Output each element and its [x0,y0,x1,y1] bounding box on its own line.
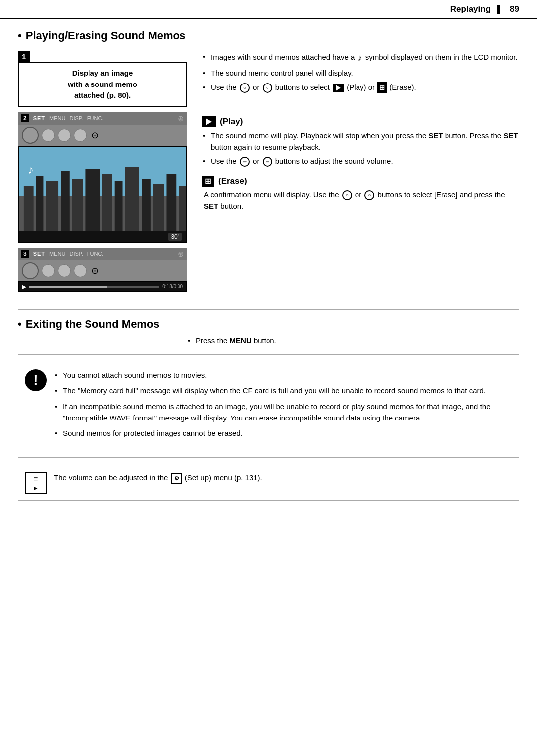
section1-title: • Playing/Erasing Sound Memos [18,29,519,42]
step1-line2: with a sound memo [68,80,137,88]
cam-btn-2a [42,129,55,142]
warning-text-3: Sound memos for protected images cannot … [63,429,243,437]
minus-icon: − [240,157,250,167]
step2-func-label: FUNC. [87,115,104,121]
cam-main-btn-3 [22,262,39,279]
cam-btn-2c [74,129,87,142]
exit-menu: MENU [230,336,252,345]
svg-rect-6 [72,179,83,231]
step1-line1: Display an image [72,69,133,77]
play-section: (Play) The sound memo will play. Playbac… [202,116,519,167]
note-text-post: (Set up) menu (p. 131). [185,473,262,482]
pb2-pre: Use the [211,157,237,165]
svg-rect-10 [125,167,139,231]
step3-progress [29,286,159,288]
step3-buttons: ⊙ [18,260,187,281]
step1-box: 1 Display an image with a sound memo att… [18,51,187,107]
step2-cam-top: 2 SET MENU DISP. FUNC. ⊛ [18,112,187,125]
erase-icon-inline: ⊞ [377,82,387,94]
play-triangle [336,85,341,91]
step2-timer: 30" [168,233,182,241]
svg-rect-3 [36,176,44,231]
erase-dial1-icon: ○ [342,190,352,200]
divider-1 [18,309,519,310]
warning-item-3: Sound memos for protected images cannot … [54,427,512,439]
step3-time: 0:18/0:30 [162,284,183,289]
erase-or: or [355,190,361,199]
section-label: Replaying [450,4,491,14]
svg-rect-2 [24,186,34,231]
step1-header: 1 [18,51,30,62]
right-bullet-1: Images with sound memos attached have a … [202,51,519,65]
spacer [202,96,519,116]
step3-dial-icon: ⊛ [178,250,184,259]
pb1-post: button. Press the [445,131,501,140]
page: Replaying ❚ 89 • Playing/Erasing Sound M… [0,0,537,756]
right-col-bullets: Images with sound memos attached have a … [202,51,519,93]
rb1-text1: Images with sound memos attached have a [211,53,355,61]
step1-text: Display an image with a sound memo attac… [18,62,187,107]
svg-rect-12 [153,184,164,231]
svg-rect-7 [85,169,100,231]
rb3-post: buttons to select [275,83,330,91]
play-title: (Play) [202,116,519,127]
note-content: The volume can be adjusted in the ⚙ (Set… [54,472,262,484]
step2-bottom-bar: 30" [19,231,186,242]
svg-rect-5 [61,171,70,231]
exit-post: button. [254,336,276,345]
step3-num-badge: 3 [21,250,29,258]
erase-title-text: (Erase) [218,176,247,186]
cam-btn-3c [74,264,87,277]
divider-2 [18,354,519,355]
left-column: 1 Display an image with a sound memo att… [18,51,187,297]
cam-main-btn-2 [22,127,39,144]
warning-content: You cannot attach sound memos to movies.… [54,369,512,443]
step1-num: 1 [22,52,26,61]
warning-item-0: You cannot attach sound memos to movies. [54,369,512,381]
step3-box: 3 SET MENU DISP. FUNC. ⊛ ⊙ [18,248,187,292]
step2-set-label: SET [33,115,45,121]
warning-text-2: If an incompatible sound memo is attache… [63,402,491,422]
step2-box: 2 SET MENU DISP. FUNC. ⊛ ⊙ [18,112,187,243]
play-bullet-2: Use the − or − buttons to adjust the sou… [202,156,519,167]
erase-post: buttons to select [Erase] and press the [378,190,505,199]
setup-icon: ⚙ [171,473,182,484]
rb2-text: The sound memo control panel will displa… [211,69,353,77]
step2-image-area: ♪ [19,147,186,231]
play-bullet-1: The sound memo will play. Playback will … [202,130,519,153]
play-icon-white [206,118,212,125]
play-icon-box [202,116,216,127]
step2-dial-icon: ⊛ [178,114,184,123]
exiting-bullet-1: Press the MENU button. [187,336,519,347]
erase-set: SET [204,202,218,210]
step3-menu-label: MENU [49,251,65,257]
exiting-bullet: • [18,318,22,331]
warning-list: You cannot attach sound memos to movies.… [54,369,512,439]
warning-icon: ! [25,369,47,391]
exiting-title-text: Exiting the Sound Memos [26,318,160,331]
cam-dial-2: ⊙ [91,130,99,141]
two-col-layout: 1 Display an image with a sound memo att… [18,51,519,297]
step3-disp-label: DISP. [69,251,83,257]
section1-bullet: • [18,29,22,42]
right-column: Images with sound memos attached have a … [202,51,519,297]
page-number: 89 [510,4,519,14]
header-separator: ❚ [495,4,502,14]
step3-play-icon: ▶ [22,283,26,290]
cam-btn-3b [58,264,71,277]
step3-sound-bar: ▶ 0:18/0:30 [19,282,186,291]
cam-dial-3: ⊙ [91,265,99,276]
step3-func-label: FUNC. [87,251,104,257]
play-title-text: (Play) [220,117,243,127]
warning-text-1: The "Memory card full" message will disp… [63,386,486,395]
music-note-icon: ♪ [358,51,362,65]
svg-rect-13 [166,174,176,231]
erase-text1: A confirmation menu will display. Use th… [204,190,339,199]
exiting-title: • Exiting the Sound Memos [18,318,519,331]
main-content: • Playing/Erasing Sound Memos 1 Display … [0,19,537,510]
rb3-pre: Use the [211,83,237,91]
pb1-set2: SET [503,131,518,140]
city-skyline-svg: ♪ [19,147,186,231]
right-bullet-3: Use the ○ or ○ buttons to select (Play) … [202,82,519,94]
erase-text: A confirmation menu will display. Use th… [202,189,519,212]
